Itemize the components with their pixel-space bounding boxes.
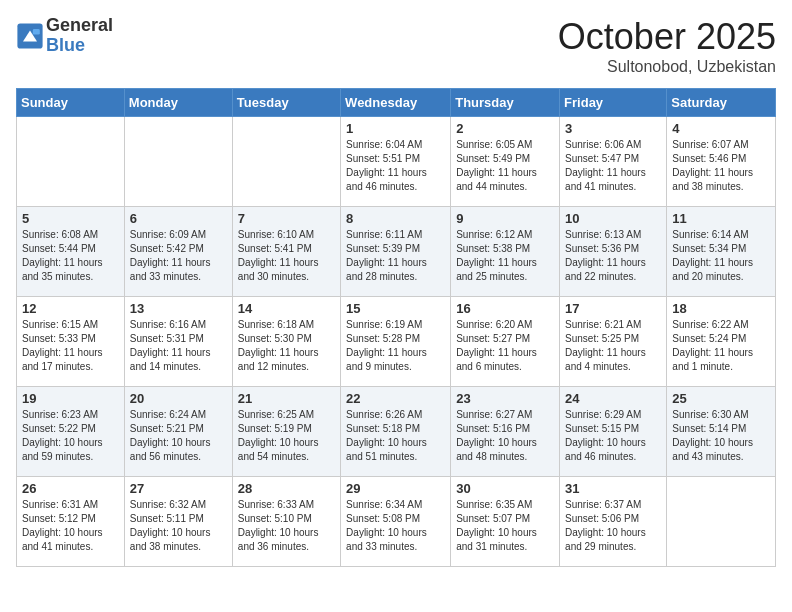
day-info: Sunrise: 6:33 AM Sunset: 5:10 PM Dayligh… — [238, 498, 335, 554]
calendar-cell: 29Sunrise: 6:34 AM Sunset: 5:08 PM Dayli… — [341, 477, 451, 567]
day-number: 5 — [22, 211, 119, 226]
weekday-header-friday: Friday — [560, 89, 667, 117]
day-number: 18 — [672, 301, 770, 316]
calendar-cell: 27Sunrise: 6:32 AM Sunset: 5:11 PM Dayli… — [124, 477, 232, 567]
calendar-cell — [667, 477, 776, 567]
calendar-cell — [17, 117, 125, 207]
day-info: Sunrise: 6:23 AM Sunset: 5:22 PM Dayligh… — [22, 408, 119, 464]
day-info: Sunrise: 6:18 AM Sunset: 5:30 PM Dayligh… — [238, 318, 335, 374]
calendar-cell: 16Sunrise: 6:20 AM Sunset: 5:27 PM Dayli… — [451, 297, 560, 387]
day-number: 17 — [565, 301, 661, 316]
calendar-cell: 5Sunrise: 6:08 AM Sunset: 5:44 PM Daylig… — [17, 207, 125, 297]
day-info: Sunrise: 6:31 AM Sunset: 5:12 PM Dayligh… — [22, 498, 119, 554]
day-info: Sunrise: 6:24 AM Sunset: 5:21 PM Dayligh… — [130, 408, 227, 464]
day-info: Sunrise: 6:06 AM Sunset: 5:47 PM Dayligh… — [565, 138, 661, 194]
calendar-table: SundayMondayTuesdayWednesdayThursdayFrid… — [16, 88, 776, 567]
calendar-cell: 31Sunrise: 6:37 AM Sunset: 5:06 PM Dayli… — [560, 477, 667, 567]
weekday-header-thursday: Thursday — [451, 89, 560, 117]
day-number: 26 — [22, 481, 119, 496]
month-title: October 2025 — [558, 16, 776, 58]
day-info: Sunrise: 6:29 AM Sunset: 5:15 PM Dayligh… — [565, 408, 661, 464]
weekday-header-monday: Monday — [124, 89, 232, 117]
calendar-cell: 20Sunrise: 6:24 AM Sunset: 5:21 PM Dayli… — [124, 387, 232, 477]
day-info: Sunrise: 6:12 AM Sunset: 5:38 PM Dayligh… — [456, 228, 554, 284]
day-number: 27 — [130, 481, 227, 496]
calendar-cell: 17Sunrise: 6:21 AM Sunset: 5:25 PM Dayli… — [560, 297, 667, 387]
calendar-week-row: 26Sunrise: 6:31 AM Sunset: 5:12 PM Dayli… — [17, 477, 776, 567]
day-info: Sunrise: 6:32 AM Sunset: 5:11 PM Dayligh… — [130, 498, 227, 554]
day-info: Sunrise: 6:27 AM Sunset: 5:16 PM Dayligh… — [456, 408, 554, 464]
title-section: October 2025 Sultonobod, Uzbekistan — [558, 16, 776, 76]
calendar-cell: 2Sunrise: 6:05 AM Sunset: 5:49 PM Daylig… — [451, 117, 560, 207]
calendar-week-row: 5Sunrise: 6:08 AM Sunset: 5:44 PM Daylig… — [17, 207, 776, 297]
day-info: Sunrise: 6:05 AM Sunset: 5:49 PM Dayligh… — [456, 138, 554, 194]
day-number: 31 — [565, 481, 661, 496]
calendar-cell: 7Sunrise: 6:10 AM Sunset: 5:41 PM Daylig… — [232, 207, 340, 297]
day-info: Sunrise: 6:16 AM Sunset: 5:31 PM Dayligh… — [130, 318, 227, 374]
calendar-header-row: SundayMondayTuesdayWednesdayThursdayFrid… — [17, 89, 776, 117]
day-number: 12 — [22, 301, 119, 316]
calendar-cell: 18Sunrise: 6:22 AM Sunset: 5:24 PM Dayli… — [667, 297, 776, 387]
day-info: Sunrise: 6:07 AM Sunset: 5:46 PM Dayligh… — [672, 138, 770, 194]
day-number: 23 — [456, 391, 554, 406]
calendar-week-row: 1Sunrise: 6:04 AM Sunset: 5:51 PM Daylig… — [17, 117, 776, 207]
calendar-cell — [124, 117, 232, 207]
day-info: Sunrise: 6:14 AM Sunset: 5:34 PM Dayligh… — [672, 228, 770, 284]
calendar-cell: 24Sunrise: 6:29 AM Sunset: 5:15 PM Dayli… — [560, 387, 667, 477]
weekday-header-wednesday: Wednesday — [341, 89, 451, 117]
day-number: 10 — [565, 211, 661, 226]
day-number: 20 — [130, 391, 227, 406]
calendar-cell: 10Sunrise: 6:13 AM Sunset: 5:36 PM Dayli… — [560, 207, 667, 297]
day-number: 21 — [238, 391, 335, 406]
day-number: 28 — [238, 481, 335, 496]
weekday-header-tuesday: Tuesday — [232, 89, 340, 117]
day-info: Sunrise: 6:20 AM Sunset: 5:27 PM Dayligh… — [456, 318, 554, 374]
day-info: Sunrise: 6:09 AM Sunset: 5:42 PM Dayligh… — [130, 228, 227, 284]
calendar-cell: 9Sunrise: 6:12 AM Sunset: 5:38 PM Daylig… — [451, 207, 560, 297]
day-number: 11 — [672, 211, 770, 226]
day-number: 29 — [346, 481, 445, 496]
weekday-header-sunday: Sunday — [17, 89, 125, 117]
day-number: 22 — [346, 391, 445, 406]
calendar-cell: 30Sunrise: 6:35 AM Sunset: 5:07 PM Dayli… — [451, 477, 560, 567]
calendar-cell: 26Sunrise: 6:31 AM Sunset: 5:12 PM Dayli… — [17, 477, 125, 567]
day-number: 1 — [346, 121, 445, 136]
day-number: 9 — [456, 211, 554, 226]
logo-icon — [16, 22, 44, 50]
day-info: Sunrise: 6:13 AM Sunset: 5:36 PM Dayligh… — [565, 228, 661, 284]
day-info: Sunrise: 6:26 AM Sunset: 5:18 PM Dayligh… — [346, 408, 445, 464]
calendar-cell: 12Sunrise: 6:15 AM Sunset: 5:33 PM Dayli… — [17, 297, 125, 387]
calendar-week-row: 12Sunrise: 6:15 AM Sunset: 5:33 PM Dayli… — [17, 297, 776, 387]
day-number: 13 — [130, 301, 227, 316]
calendar-cell: 14Sunrise: 6:18 AM Sunset: 5:30 PM Dayli… — [232, 297, 340, 387]
logo-blue-text: Blue — [46, 36, 113, 56]
day-number: 15 — [346, 301, 445, 316]
day-info: Sunrise: 6:34 AM Sunset: 5:08 PM Dayligh… — [346, 498, 445, 554]
calendar-cell: 1Sunrise: 6:04 AM Sunset: 5:51 PM Daylig… — [341, 117, 451, 207]
calendar-cell: 13Sunrise: 6:16 AM Sunset: 5:31 PM Dayli… — [124, 297, 232, 387]
day-number: 3 — [565, 121, 661, 136]
day-number: 25 — [672, 391, 770, 406]
location-text: Sultonobod, Uzbekistan — [558, 58, 776, 76]
calendar-cell: 28Sunrise: 6:33 AM Sunset: 5:10 PM Dayli… — [232, 477, 340, 567]
calendar-cell: 3Sunrise: 6:06 AM Sunset: 5:47 PM Daylig… — [560, 117, 667, 207]
day-number: 19 — [22, 391, 119, 406]
day-info: Sunrise: 6:35 AM Sunset: 5:07 PM Dayligh… — [456, 498, 554, 554]
calendar-cell: 6Sunrise: 6:09 AM Sunset: 5:42 PM Daylig… — [124, 207, 232, 297]
logo: General Blue — [16, 16, 113, 56]
day-number: 24 — [565, 391, 661, 406]
day-info: Sunrise: 6:21 AM Sunset: 5:25 PM Dayligh… — [565, 318, 661, 374]
calendar-cell: 22Sunrise: 6:26 AM Sunset: 5:18 PM Dayli… — [341, 387, 451, 477]
weekday-header-saturday: Saturday — [667, 89, 776, 117]
day-number: 6 — [130, 211, 227, 226]
calendar-week-row: 19Sunrise: 6:23 AM Sunset: 5:22 PM Dayli… — [17, 387, 776, 477]
day-info: Sunrise: 6:11 AM Sunset: 5:39 PM Dayligh… — [346, 228, 445, 284]
logo-text: General Blue — [46, 16, 113, 56]
day-info: Sunrise: 6:04 AM Sunset: 5:51 PM Dayligh… — [346, 138, 445, 194]
day-info: Sunrise: 6:22 AM Sunset: 5:24 PM Dayligh… — [672, 318, 770, 374]
calendar-cell: 25Sunrise: 6:30 AM Sunset: 5:14 PM Dayli… — [667, 387, 776, 477]
calendar-cell: 11Sunrise: 6:14 AM Sunset: 5:34 PM Dayli… — [667, 207, 776, 297]
day-info: Sunrise: 6:08 AM Sunset: 5:44 PM Dayligh… — [22, 228, 119, 284]
day-info: Sunrise: 6:15 AM Sunset: 5:33 PM Dayligh… — [22, 318, 119, 374]
day-number: 8 — [346, 211, 445, 226]
